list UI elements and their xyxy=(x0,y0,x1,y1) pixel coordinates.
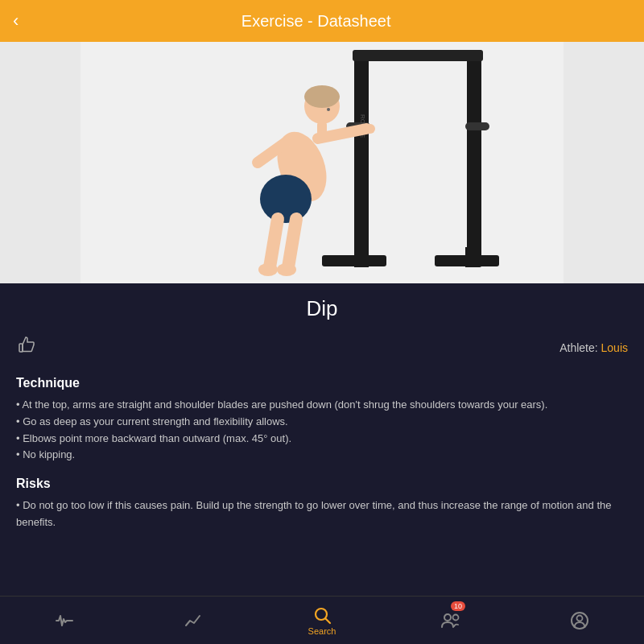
svg-point-19 xyxy=(258,263,278,276)
svg-line-26 xyxy=(326,618,331,623)
like-icon[interactable] xyxy=(16,334,39,361)
chart-icon xyxy=(184,611,203,630)
nav-item-search[interactable]: Search xyxy=(258,597,386,644)
meta-row: Athlete: Louis xyxy=(16,334,628,361)
heartrate-icon xyxy=(55,611,74,630)
exercise-image: ROGUE xyxy=(0,42,644,283)
athlete-info: Athlete: Louis xyxy=(559,341,628,355)
search-label: Search xyxy=(308,626,336,636)
exercise-illustration: ROGUE xyxy=(0,42,644,283)
risks-title: Risks xyxy=(16,477,628,491)
technique-content: • At the top, arms are straight and shou… xyxy=(16,397,628,464)
svg-point-20 xyxy=(277,263,296,276)
content-area: Dip Athlete: Louis Technique • At the to… xyxy=(0,283,644,596)
header: ‹ Exercise - Datasheet xyxy=(0,0,644,42)
friends-icon xyxy=(440,611,461,630)
svg-point-23 xyxy=(327,108,330,111)
svg-point-16 xyxy=(260,175,312,223)
page-title: Exercise - Datasheet xyxy=(28,12,604,31)
search-icon xyxy=(312,605,332,625)
technique-section: Technique • At the top, arms are straigh… xyxy=(16,376,628,464)
technique-point-4: • No kipping. xyxy=(16,448,75,460)
technique-point-3: • Elbows point more backward than outwar… xyxy=(16,432,291,444)
svg-line-18 xyxy=(288,219,296,267)
svg-point-30 xyxy=(577,615,583,621)
svg-rect-7 xyxy=(354,247,369,267)
svg-point-22 xyxy=(304,85,340,108)
risks-content: • Do not go too low if this causes pain.… xyxy=(16,497,628,531)
risks-point-1: • Do not go too low if this causes pain.… xyxy=(16,499,612,528)
bottom-nav: Search 10 xyxy=(0,596,644,644)
nav-item-profile[interactable] xyxy=(515,597,644,644)
svg-rect-5 xyxy=(465,122,489,130)
svg-rect-2 xyxy=(467,50,481,267)
svg-rect-24 xyxy=(19,344,23,352)
back-button[interactable]: ‹ xyxy=(13,10,19,31)
technique-point-2: • Go as deep as your current strength an… xyxy=(16,415,288,427)
svg-point-27 xyxy=(444,614,451,621)
svg-rect-3 xyxy=(353,50,483,61)
exercise-name: Dip xyxy=(16,296,628,321)
technique-title: Technique xyxy=(16,376,628,390)
friends-badge: 10 xyxy=(451,601,465,611)
athlete-name[interactable]: Louis xyxy=(601,341,628,354)
svg-rect-9 xyxy=(465,247,480,267)
svg-line-17 xyxy=(270,219,278,267)
svg-point-28 xyxy=(453,614,459,620)
nav-item-heartrate[interactable] xyxy=(0,597,129,644)
profile-icon xyxy=(570,611,589,630)
nav-item-chart[interactable] xyxy=(129,597,258,644)
svg-rect-1 xyxy=(354,50,369,267)
technique-point-1: • At the top, arms are straight and shou… xyxy=(16,398,547,411)
athlete-label: Athlete: xyxy=(559,341,601,354)
risks-section: Risks • Do not go too low if this causes… xyxy=(16,477,628,531)
nav-item-friends[interactable]: 10 xyxy=(386,597,515,644)
